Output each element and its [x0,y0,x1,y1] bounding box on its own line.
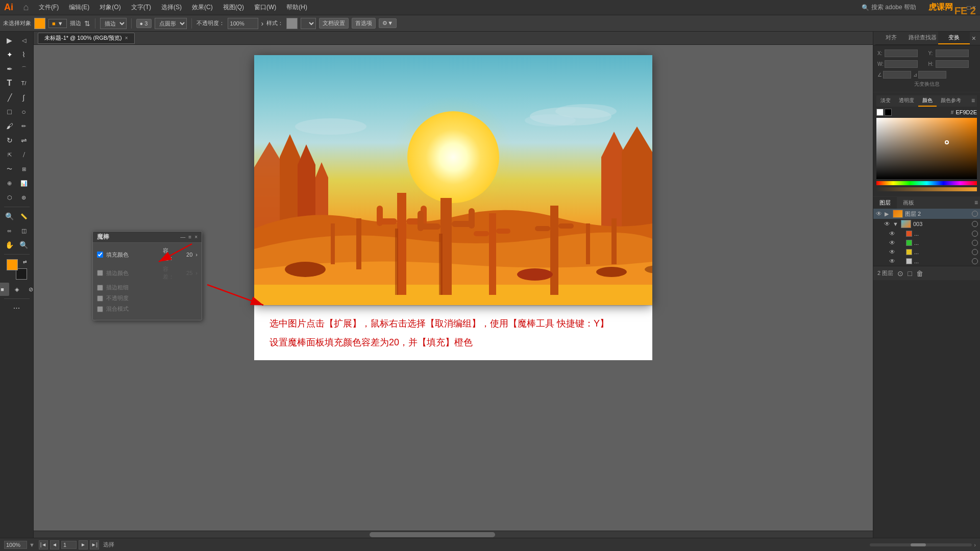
layer-row-layer2[interactable]: 👁 ▶ 图层 2 [873,209,980,219]
none-mode-icon[interactable]: ⊘ [24,283,34,296]
prev-page-btn[interactable]: ◄ [50,540,59,549]
menu-file[interactable]: 文件(F) [35,2,63,13]
document-tab[interactable]: 未标题-1* @ 100% (RGB/预览) × [38,33,135,44]
rect-tool[interactable]: □ [3,105,16,118]
layer-row-gray[interactable]: 👁 ... [873,257,980,266]
y-input[interactable] [936,49,969,57]
blob-brush-tool[interactable]: ✏ [17,119,31,133]
panel-menu-btn[interactable]: ≡ [188,234,191,240]
layer-row-green[interactable]: 👁 ... [873,238,980,247]
layer2-visibility-icon[interactable]: 👁 [875,210,883,217]
scroll-right-btn[interactable]: › [974,542,976,548]
h-scroll-indicator[interactable] [911,543,926,546]
layer-locate-btn[interactable]: ⊙ [896,268,904,279]
doc-settings-btn[interactable]: 文档设置 [319,18,349,29]
prefs-btn[interactable]: 首选项 [352,18,376,29]
perspective-grid-tool[interactable]: ⬡ [3,191,16,204]
free-transform-tool[interactable]: ⊞ [17,162,31,176]
h-scroll-track[interactable] [870,543,972,546]
shear-input[interactable] [918,71,946,79]
page-input[interactable] [61,541,77,549]
blend-mode-checkbox[interactable] [97,306,103,312]
003-visibility-icon[interactable]: 👁 [884,220,891,228]
brush-size-btn[interactable]: ● 3 [136,19,152,28]
yellow-layer-visibility[interactable]: 👁 [889,248,896,256]
tab-transform[interactable]: 变换 [938,32,970,44]
ellipse-tool[interactable]: ○ [17,105,31,118]
opacity-checkbox[interactable] [97,295,103,302]
paintbrush-tool[interactable]: 🖌 [3,119,16,133]
tab-transparency[interactable]: 透明度 [895,95,918,107]
green-layer-visibility[interactable]: 👁 [889,239,896,246]
more-tools-btn[interactable]: ··· [10,302,23,315]
tab-align[interactable]: 对齐 [875,32,907,44]
white-swatch[interactable] [876,109,884,116]
blend-tool[interactable]: ∞ [3,224,16,237]
layers-panel-menu[interactable]: ≡ [972,197,980,209]
opacity-strip[interactable] [876,187,977,191]
gray-layer-visibility[interactable]: 👁 [889,258,896,265]
menu-text[interactable]: 文字(T) [127,2,155,13]
layer-delete-btn[interactable]: 🗑 [915,268,924,279]
red-layer-target[interactable] [972,231,978,237]
panel-close-btn[interactable]: × [194,234,198,240]
menu-effect[interactable]: 效果(C) [188,2,217,13]
tab-pathfinder[interactable]: 路径查找器 [907,32,939,44]
yellow-layer-target[interactable] [972,249,978,255]
tab-close-btn[interactable]: × [125,35,128,41]
h-scroll-thumb[interactable] [370,532,496,537]
layer2-expand-icon[interactable]: ▶ [885,211,891,217]
opacity-arrow[interactable]: › [261,19,264,28]
shape-builder-tool[interactable]: ⊕ [3,177,16,190]
line-tool[interactable]: ╱ [3,91,16,104]
layer-row-red[interactable]: 👁 ... [873,229,980,238]
canvas-wrapper[interactable]: 选中图片点击【扩展】，鼠标右击选择【取消编组】，使用【魔棒工具 快捷键：Y】 设… [34,45,873,531]
layers-tab-artboards[interactable]: 画板 [897,197,920,209]
hue-strip[interactable] [876,181,977,185]
lasso-tool[interactable]: ⌇ [17,48,31,61]
stroke-width-checkbox[interactable] [97,285,103,291]
menu-view[interactable]: 视图(Q) [219,2,248,13]
green-layer-target[interactable] [972,240,978,246]
style-preview[interactable] [286,18,298,29]
selection-tool[interactable]: ▶ [3,34,16,47]
rotate-input[interactable] [883,71,911,79]
fill-tolerance-arrow[interactable]: › [195,252,198,258]
fill-color-checkbox[interactable] [97,252,103,258]
shape-select[interactable]: 点圆形 [155,18,187,29]
stroke-color-checkbox[interactable] [97,270,103,276]
layer-row-003[interactable]: 👁 ▼ 003 [873,219,980,229]
brush-adjust-icon[interactable]: ⇅ [84,19,90,28]
opacity-input[interactable] [228,18,258,29]
warp-tool[interactable]: 〜 [3,162,16,176]
first-page-btn[interactable]: |◄ [39,540,48,549]
swap-colors-icon[interactable]: ⇄ [23,259,27,264]
type-tool[interactable]: T [3,77,16,90]
measure-tool[interactable]: 📏 [17,210,31,223]
stroke-selector[interactable]: ■ ▼ [48,19,67,28]
magic-wand-tool[interactable]: ✦ [3,48,16,61]
pen-tool[interactable]: ✒ [3,62,16,76]
graph-tool[interactable]: 📊 [17,177,31,190]
rotate-tool[interactable]: ↻ [3,134,16,147]
tab-color[interactable]: 颜色 [918,95,937,107]
x-input[interactable] [885,49,918,57]
color-picker[interactable] [876,118,977,179]
scale-tool[interactable]: ⇱ [3,148,16,161]
layers-tab-layers[interactable]: 图层 [873,197,897,209]
zoom-tool[interactable]: 🔍 [17,238,31,252]
w-input[interactable] [885,60,918,68]
h-input[interactable] [936,60,969,68]
red-layer-visibility[interactable]: 👁 [889,230,896,237]
curvature-tool[interactable]: ⌒ [17,62,31,76]
direct-selection-tool[interactable]: ◁ [17,34,31,47]
arc-tool[interactable]: ∫ [17,91,31,104]
panel-options-btn[interactable]: × [970,34,978,42]
next-page-btn[interactable]: ► [79,540,88,549]
color-mode-icon[interactable]: ■ [0,283,9,296]
hand-tool[interactable]: ✋ [3,238,16,252]
eyedropper-tool[interactable]: 🔍 [3,210,16,223]
touch-type-tool[interactable]: T/ [17,77,31,90]
layer-row-yellow[interactable]: 👁 ... [873,247,980,257]
last-page-btn[interactable]: ►| [90,540,99,549]
